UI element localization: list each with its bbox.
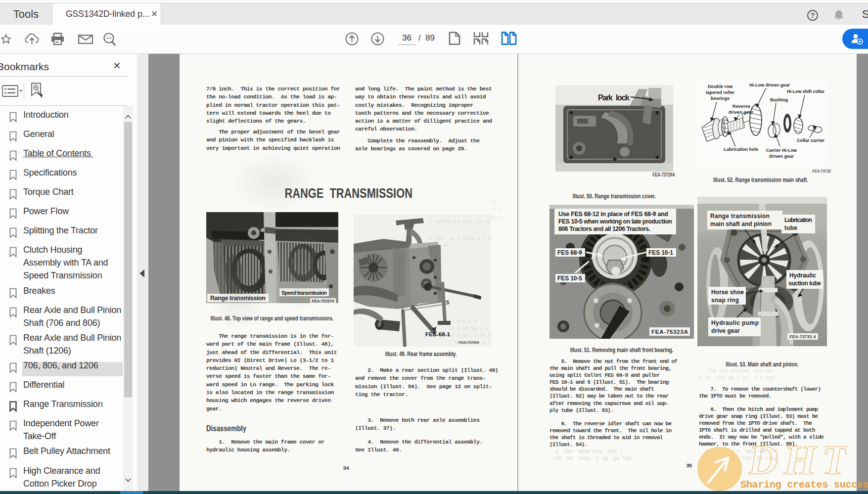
svg-text:Lubrication: Lubrication [784, 217, 812, 224]
svg-text:snap ring: snap ring [711, 297, 739, 304]
svg-text:Range transmission: Range transmission [710, 213, 770, 220]
svg-text:FES-68-1: FES-68-1 [425, 331, 451, 337]
svg-text:driven gear: driven gear [729, 110, 753, 115]
svg-text:FEA-73733 A: FEA-73733 A [789, 334, 816, 339]
svg-text:FEA-75323A: FEA-75323A [651, 329, 688, 335]
svg-text:tube: tube [784, 225, 797, 231]
svg-text:bearings: bearings [711, 96, 730, 101]
svg-text:Collar carrier: Collar carrier [797, 138, 824, 143]
svg-text:FES 10-1: FES 10-1 [648, 249, 673, 256]
svg-text:Hi-Low shift collar: Hi-Low shift collar [787, 89, 824, 94]
svg-text:suction tube: suction tube [788, 280, 821, 287]
svg-text:Reverse: Reverse [732, 104, 750, 109]
svg-text:Bushing: Bushing [770, 97, 788, 102]
svg-text:FEA-73728A: FEA-73728A [458, 340, 479, 345]
svg-text:Hydraulic: Hydraulic [789, 272, 816, 279]
svg-text:?: ? [811, 11, 815, 19]
svg-text:Hi-Low driven gear: Hi-Low driven gear [749, 83, 790, 88]
svg-text:Lubrication hole: Lubrication hole [724, 147, 758, 152]
svg-text:Horse shoe: Horse shoe [711, 289, 744, 296]
svg-text:tapered roller: tapered roller [706, 90, 734, 95]
svg-text:Hydraulic pump: Hydraulic pump [711, 319, 759, 326]
svg-text:Double row: Double row [708, 84, 733, 89]
svg-text:Park: Park [598, 93, 613, 102]
svg-text:lock: lock [616, 93, 630, 102]
svg-text:806 Tractors and all 1206 Trac: 806 Tractors and all 1206 Tractors. [558, 225, 650, 232]
svg-text:DHT: DHT [748, 444, 847, 481]
svg-text:driven gear: driven gear [769, 154, 794, 159]
svg-text:main shaft and pinion: main shaft and pinion [710, 221, 772, 227]
svg-text:FES 68-9: FES 68-9 [557, 249, 582, 256]
svg-text:Use FES 68-12 in place of FES: Use FES 68-12 in place of FES 68-9 and [558, 211, 668, 218]
svg-text:FES 10-5: FES 10-5 [557, 275, 582, 282]
svg-text:Carrier Hi-Low: Carrier Hi-Low [766, 148, 797, 153]
svg-text:drive gear: drive gear [711, 327, 740, 334]
svg-text:FES 10-5 when working on late: FES 10-5 when working on late production [558, 218, 672, 225]
